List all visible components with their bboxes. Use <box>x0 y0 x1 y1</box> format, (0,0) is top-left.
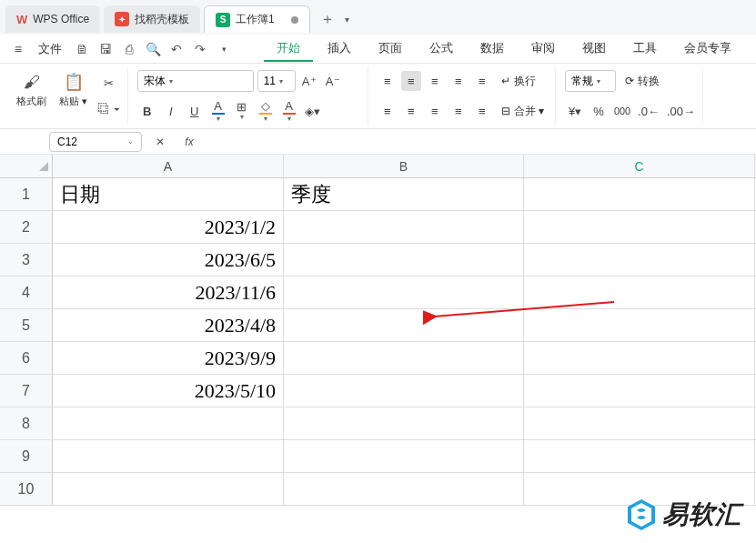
cell-a2[interactable]: 2023/1/2 <box>53 211 284 243</box>
select-all-corner[interactable] <box>0 155 53 177</box>
format-painter-button[interactable]: 🖌 格式刷 <box>13 69 50 110</box>
tab-formula[interactable]: 公式 <box>417 36 466 62</box>
app-tab-docer[interactable]: ✦ 找稻壳模板 <box>104 5 200 33</box>
column-header-a[interactable]: A <box>53 155 284 177</box>
indent-dec-button[interactable]: ≡ <box>472 71 492 91</box>
cut-button[interactable]: ✂ <box>96 73 122 93</box>
print-icon[interactable]: ⎙ <box>118 38 140 60</box>
decrease-decimal-button[interactable]: .0← <box>636 101 661 121</box>
cell-b1[interactable]: 季度 <box>284 178 524 210</box>
cell-a7[interactable]: 2023/5/10 <box>53 375 284 407</box>
cell-a1[interactable]: 日期 <box>53 178 284 210</box>
cell-a5[interactable]: 2023/4/8 <box>53 309 284 341</box>
preview-icon[interactable]: 🔍 <box>142 38 164 60</box>
cell-a10[interactable] <box>53 473 284 505</box>
merge-button[interactable]: ⊟ 合并 ▾ <box>496 100 549 122</box>
cell-a8[interactable] <box>53 407 284 439</box>
app-tab-wps[interactable]: W WPS Office <box>5 5 100 33</box>
add-tab-button[interactable]: ＋ <box>314 5 341 33</box>
cell-c8[interactable] <box>524 407 755 439</box>
cell-c1[interactable] <box>524 178 755 210</box>
align-right-button[interactable]: ≡ <box>425 101 445 121</box>
row-header[interactable]: 10 <box>0 473 53 505</box>
cell-b3[interactable] <box>284 244 524 276</box>
font-color-button[interactable]: A▾ <box>279 101 299 121</box>
orientation-button[interactable]: ≡ <box>449 71 469 91</box>
column-header-b[interactable]: B <box>284 155 524 177</box>
cell-c2[interactable] <box>524 211 755 243</box>
row-header[interactable]: 4 <box>0 277 53 308</box>
paste-button[interactable]: 📋 粘贴 ▾ <box>55 69 91 110</box>
border-button[interactable]: ⊞▾ <box>232 101 252 121</box>
undo-icon[interactable]: ↶ <box>166 38 187 60</box>
tab-dropdown-icon[interactable]: ▾ <box>345 15 349 25</box>
row-header[interactable]: 5 <box>0 309 53 341</box>
cell-c6[interactable] <box>524 342 755 374</box>
align-center-button[interactable]: ≡ <box>401 101 421 121</box>
cell-a4[interactable]: 2023/11/6 <box>53 277 284 308</box>
column-header-c[interactable]: C <box>524 155 755 177</box>
tab-data[interactable]: 数据 <box>468 36 517 62</box>
number-format-select[interactable]: 常规 ▾ <box>565 70 616 92</box>
wrap-text-button[interactable]: ↵ 换行 <box>496 70 541 92</box>
file-menu[interactable]: 文件 <box>31 41 69 57</box>
fill-color-button[interactable]: ◇▾ <box>256 101 276 121</box>
tab-start[interactable]: 开始 <box>264 36 313 62</box>
row-header[interactable]: 1 <box>0 178 53 210</box>
cell-b9[interactable] <box>284 440 524 472</box>
decrease-font-button[interactable]: A⁻ <box>323 71 343 91</box>
cell-b6[interactable] <box>284 342 524 374</box>
row-header[interactable]: 9 <box>0 440 53 472</box>
cell-b5[interactable] <box>284 309 524 341</box>
bold-button[interactable]: B <box>137 101 157 121</box>
font-size-select[interactable]: 11 ▾ <box>257 70 296 92</box>
name-box[interactable]: C12 ⌄ <box>49 132 142 152</box>
close-icon[interactable] <box>291 16 298 24</box>
new-icon[interactable]: 🗎 <box>71 38 93 60</box>
convert-button[interactable]: ⟳ 转换 <box>620 70 665 92</box>
row-header[interactable]: 2 <box>0 211 53 243</box>
hamburger-icon[interactable]: ≡ <box>7 38 29 60</box>
cell-a3[interactable]: 2023/6/5 <box>53 244 284 276</box>
increase-font-button[interactable]: A⁺ <box>299 71 319 91</box>
fx-button[interactable]: fx <box>178 132 200 152</box>
cell-c4[interactable] <box>524 277 755 308</box>
font-effect-button[interactable]: A▾ <box>208 101 228 121</box>
copy-button[interactable]: ⿻ ▾ <box>96 98 122 118</box>
cell-c9[interactable] <box>524 440 755 472</box>
redo-icon[interactable]: ↷ <box>189 38 211 60</box>
app-tab-workbook[interactable]: S 工作簿1 <box>204 5 310 33</box>
save-icon[interactable]: 🖫 <box>95 38 116 60</box>
underline-button[interactable]: U <box>185 101 205 121</box>
align-top-button[interactable]: ≡ <box>378 71 398 91</box>
font-name-select[interactable]: 宋体 ▾ <box>137 70 254 92</box>
increase-decimal-button[interactable]: .00→ <box>665 101 697 121</box>
align-left-button[interactable]: ≡ <box>378 101 398 121</box>
italic-button[interactable]: I <box>161 101 181 121</box>
comma-button[interactable]: 000 <box>612 101 632 121</box>
indent-inc-button[interactable]: ≡ <box>472 101 492 121</box>
cell-c5[interactable] <box>524 309 755 341</box>
align-middle-button[interactable]: ≡ <box>401 71 421 91</box>
clear-format-button[interactable]: ◈▾ <box>303 101 323 121</box>
cell-a9[interactable] <box>53 440 284 472</box>
row-header[interactable]: 3 <box>0 244 53 276</box>
justify-button[interactable]: ≡ <box>449 101 469 121</box>
tab-page[interactable]: 页面 <box>366 36 415 62</box>
row-header[interactable]: 7 <box>0 375 53 407</box>
tab-view[interactable]: 视图 <box>570 36 619 62</box>
cell-a6[interactable]: 2023/9/9 <box>53 342 284 374</box>
align-bottom-button[interactable]: ≡ <box>425 71 445 91</box>
cell-b4[interactable] <box>284 277 524 308</box>
cell-b2[interactable] <box>284 211 524 243</box>
qat-dropdown-icon[interactable]: ▾ <box>213 38 235 60</box>
tab-insert[interactable]: 插入 <box>315 36 364 62</box>
tab-premium[interactable]: 会员专享 <box>671 36 744 62</box>
tab-review[interactable]: 审阅 <box>519 36 568 62</box>
currency-button[interactable]: ¥▾ <box>565 101 585 121</box>
formula-input[interactable] <box>207 132 751 152</box>
cell-c3[interactable] <box>524 244 755 276</box>
row-header[interactable]: 8 <box>0 407 53 439</box>
cell-b7[interactable] <box>284 375 524 407</box>
row-header[interactable]: 6 <box>0 342 53 374</box>
